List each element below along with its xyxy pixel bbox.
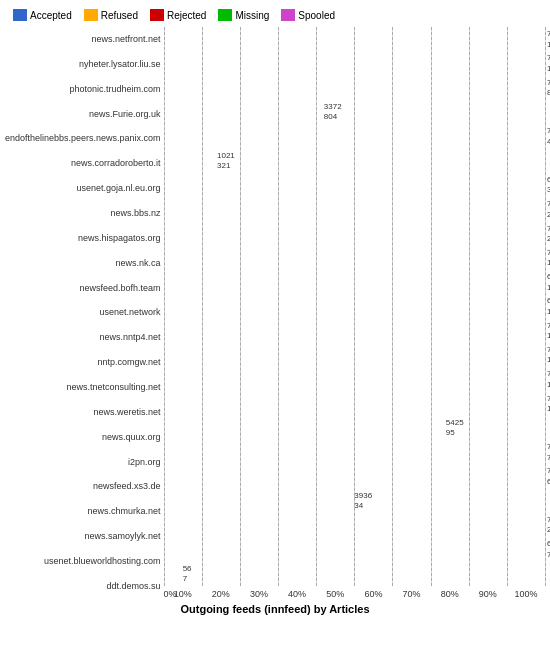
y-label: news.Furie.org.uk bbox=[89, 105, 161, 123]
bar-row: 706962 bbox=[164, 467, 545, 485]
y-label: news.bbs.nz bbox=[111, 204, 161, 222]
bar-value-label: 7033125 bbox=[545, 345, 550, 366]
x-axis-label: 70% bbox=[392, 589, 430, 599]
x-axis-label: 100% bbox=[507, 589, 545, 599]
bar-value-label: 393634 bbox=[354, 491, 372, 512]
legend-label-accepted: Accepted bbox=[30, 10, 72, 21]
x-axis-label: 80% bbox=[431, 589, 469, 599]
bar-row: 6790158 bbox=[164, 297, 545, 315]
bar-row: 6300319 bbox=[164, 176, 545, 194]
y-label: usenet.goja.nl.eu.org bbox=[77, 180, 161, 198]
bar-value-label: 6790158 bbox=[545, 296, 550, 317]
x-axis-label: 20% bbox=[202, 589, 240, 599]
y-label: news.netfront.net bbox=[92, 30, 161, 48]
y-label: news.tnetconsulting.net bbox=[67, 378, 161, 396]
legend-color-rejected bbox=[150, 9, 164, 21]
bar-value-label: 7372876 bbox=[545, 78, 550, 99]
y-label: nyheter.lysator.liu.se bbox=[79, 55, 161, 73]
bar-value-label: 7369112 bbox=[545, 369, 550, 390]
legend-label-refused: Refused bbox=[101, 10, 138, 21]
y-label: newsfeed.bofh.team bbox=[80, 279, 161, 297]
bar-rows: 7567180374031184737287633728047366473102… bbox=[164, 27, 545, 586]
y-axis-labels: news.netfront.netnyheter.lysator.liu.sep… bbox=[5, 27, 164, 599]
bar-value-label: 7464293 bbox=[545, 199, 550, 220]
bar-value-label: 6943164 bbox=[545, 272, 550, 293]
chart-container: AcceptedRefusedRejectedMissingSpooled ne… bbox=[0, 0, 550, 655]
y-label: photonic.trudheim.com bbox=[70, 80, 161, 98]
bar-value-label: 706962 bbox=[545, 466, 550, 487]
legend-color-spooled bbox=[281, 9, 295, 21]
bar-value-label: 74031184 bbox=[545, 53, 550, 74]
x-axis-label: 60% bbox=[354, 589, 392, 599]
chart-area: news.netfront.netnyheter.lysator.liu.sep… bbox=[5, 27, 545, 599]
bar-value-label: 7366473 bbox=[545, 126, 550, 147]
x-axis-label: 30% bbox=[240, 589, 278, 599]
legend-color-refused bbox=[84, 9, 98, 21]
x-axis: 0%10%20%30%40%50%60%70%80%90%100% bbox=[164, 586, 545, 599]
legend: AcceptedRefusedRejectedMissingSpooled bbox=[5, 5, 545, 27]
legend-item-rejected: Rejected bbox=[150, 9, 206, 21]
y-label: news.hispagatos.org bbox=[78, 229, 161, 247]
bar-value-label: 732424 bbox=[545, 515, 550, 536]
legend-color-accepted bbox=[13, 9, 27, 21]
legend-label-missing: Missing bbox=[235, 10, 269, 21]
y-label: usenet.blueworldhosting.com bbox=[44, 552, 161, 570]
grid-and-bars: 7567180374031184737287633728047366473102… bbox=[164, 27, 545, 586]
y-label: news.nntp4.net bbox=[100, 329, 161, 347]
y-label: newsfeed.xs3.de bbox=[93, 478, 161, 496]
bar-value-label: 3372804 bbox=[324, 102, 342, 123]
x-axis-label: 50% bbox=[316, 589, 354, 599]
bar-value-label: 7236197 bbox=[545, 248, 550, 269]
bar-row: 7464293 bbox=[164, 200, 545, 218]
y-label: i2pn.org bbox=[128, 453, 161, 471]
y-label: news.samoylyk.net bbox=[85, 528, 161, 546]
x-axis-label: 40% bbox=[278, 589, 316, 599]
legend-item-refused: Refused bbox=[84, 9, 138, 21]
y-label: news.nk.ca bbox=[116, 254, 161, 272]
bar-value-label: 701372 bbox=[545, 442, 550, 463]
bar-row: 7033125 bbox=[164, 346, 545, 364]
bar-value-label: 1021321 bbox=[217, 151, 235, 172]
bar-value-label: 7315205 bbox=[545, 224, 550, 245]
x-axis-label: 10% bbox=[164, 589, 202, 599]
y-label: news.quux.org bbox=[102, 428, 161, 446]
bar-row: 74031184 bbox=[164, 54, 545, 72]
bar-row: 567 bbox=[164, 565, 545, 583]
bar-row: 7155151 bbox=[164, 322, 545, 340]
bar-row: 542595 bbox=[164, 419, 545, 437]
y-label: endofthelinebbs.peers.news.panix.com bbox=[5, 130, 161, 148]
y-label: nntp.comgw.net bbox=[98, 354, 161, 372]
bar-value-label: 7155151 bbox=[545, 321, 550, 342]
bar-row: 7236197 bbox=[164, 249, 545, 267]
x-axis-title: Outgoing feeds (innfeed) by Articles bbox=[5, 599, 545, 615]
y-label: news.chmurka.net bbox=[88, 503, 161, 521]
bar-row: 7375101 bbox=[164, 395, 545, 413]
bar-value-label: 7375101 bbox=[545, 394, 550, 415]
bar-row: 6943164 bbox=[164, 273, 545, 291]
bar-value-label: 567 bbox=[183, 564, 192, 585]
bar-value-label: 63427 bbox=[545, 539, 550, 560]
bar-row: 7315205 bbox=[164, 225, 545, 243]
legend-color-missing bbox=[218, 9, 232, 21]
bar-row: 7369112 bbox=[164, 370, 545, 388]
bar-row: 75671803 bbox=[164, 30, 545, 48]
legend-item-missing: Missing bbox=[218, 9, 269, 21]
legend-label-rejected: Rejected bbox=[167, 10, 206, 21]
bar-row: 701372 bbox=[164, 443, 545, 461]
legend-label-spooled: Spooled bbox=[298, 10, 335, 21]
bar-row: 732424 bbox=[164, 516, 545, 534]
bar-row: 393634 bbox=[164, 492, 545, 510]
bar-row: 7372876 bbox=[164, 79, 545, 97]
bar-row: 63427 bbox=[164, 540, 545, 558]
y-label: news.weretis.net bbox=[94, 403, 161, 421]
bars-area: 7567180374031184737287633728047366473102… bbox=[164, 27, 545, 599]
bar-value-label: 75671803 bbox=[545, 29, 550, 50]
bar-value-label: 542595 bbox=[446, 418, 464, 439]
bar-value-label: 6300319 bbox=[545, 175, 550, 196]
legend-item-accepted: Accepted bbox=[13, 9, 72, 21]
x-axis-label: 90% bbox=[469, 589, 507, 599]
bar-row: 3372804 bbox=[164, 103, 545, 121]
y-label: news.corradoroberto.it bbox=[71, 155, 161, 173]
bar-row: 7366473 bbox=[164, 127, 545, 145]
bar-row: 1021321 bbox=[164, 152, 545, 170]
